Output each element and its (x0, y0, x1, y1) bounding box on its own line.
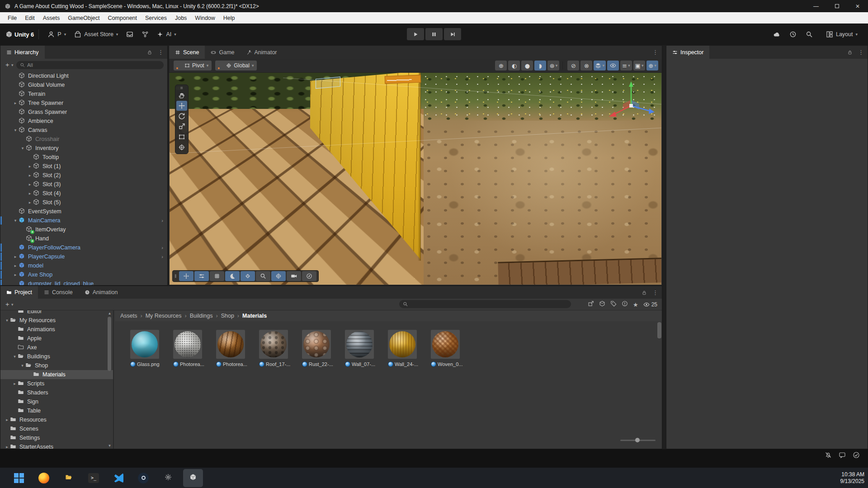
settings-icon[interactable] (158, 469, 178, 487)
project-folder-animations[interactable]: Animations (0, 325, 113, 334)
hierarchy-item-inventory[interactable]: ▾Inventory (0, 144, 167, 153)
rect-tool-button[interactable] (176, 132, 187, 142)
hierarchy-item-slot-4[interactable]: ▸Slot (4) (0, 189, 167, 198)
vscode-icon[interactable] (108, 469, 128, 487)
history-icon[interactable] (789, 31, 797, 38)
scene-visibility-button[interactable] (607, 61, 619, 70)
project-folder-materials[interactable]: Materials (0, 370, 113, 379)
hierarchy-item-terrain[interactable]: Terrain (0, 89, 167, 99)
comment-icon[interactable] (839, 451, 846, 460)
tool-settings-overlay-button[interactable] (194, 271, 209, 281)
label-filter-button[interactable] (610, 300, 617, 309)
project-folder-apple[interactable]: Apple (0, 334, 113, 343)
close-button[interactable]: ✕ (847, 0, 868, 12)
drag-handle-icon[interactable]: ‖ (175, 273, 177, 279)
favorites-button[interactable]: ★ (633, 300, 638, 309)
menu-file[interactable]: File (4, 12, 21, 23)
shading-mode-button[interactable]: ⊕ (495, 61, 507, 70)
hidden-objects-button[interactable]: ⊘ (567, 61, 579, 70)
start-button[interactable] (9, 469, 29, 487)
breadcrumb-materials[interactable]: Materials (242, 313, 267, 319)
breadcrumb-shop[interactable]: Shop (221, 313, 234, 319)
asset-thumbnail[interactable] (173, 330, 202, 359)
view-2d-button[interactable]: ◐ (508, 61, 520, 70)
hierarchy-item-itemoverlay[interactable]: +ItemOverlay (0, 225, 167, 234)
content-scrollbar[interactable] (657, 322, 661, 338)
hierarchy-item-axe-shop[interactable]: ▸Axe Shop (0, 270, 167, 279)
project-folder-shop[interactable]: ▾Shop (0, 361, 113, 370)
hierarchy-item-slot-1[interactable]: ▸Slot (1) (0, 162, 167, 171)
add-asset-button[interactable]: ＋▾ (4, 300, 14, 309)
packages-visibility-button[interactable] (599, 300, 605, 309)
hierarchy-item-global-volume[interactable]: Global Volume (0, 80, 167, 89)
asset-thumbnail[interactable] (345, 330, 374, 359)
tab-animator[interactable]: Animator (241, 46, 283, 59)
asset-store-dropdown[interactable]: Asset Store▾ (70, 28, 122, 41)
asset-photorea[interactable]: Photorea... (173, 330, 208, 367)
project-folder-buildings[interactable]: ▾Buildings (0, 352, 113, 361)
lighting-toggle-button[interactable]: ● (521, 61, 533, 70)
lock-icon[interactable] (847, 50, 853, 55)
tab-inspector[interactable]: Inspector (666, 46, 709, 59)
asset-roof-17[interactable]: Roof_17-... (259, 330, 293, 367)
project-folder-table[interactable]: Table (0, 406, 113, 415)
project-folder-resources[interactable]: ▸Resources (0, 415, 113, 424)
terminal-icon[interactable]: >_ (84, 469, 104, 487)
rotate-tool-button[interactable] (176, 111, 187, 121)
orientation-overlay-button[interactable] (302, 271, 316, 281)
hierarchy-item-model[interactable]: ▸model (0, 261, 167, 270)
notifications-muted-icon[interactable] (825, 451, 832, 460)
picking-toggle-button[interactable]: ⊗ (580, 61, 592, 70)
pivot-dropdown[interactable]: Pivot▾ (174, 61, 212, 70)
sync-check-icon[interactable] (853, 451, 860, 460)
grid-snapping-overlay-button[interactable] (210, 271, 224, 281)
account-dropdown[interactable]: P▾ (43, 28, 70, 41)
tools-overlay-button[interactable] (179, 271, 193, 281)
minimize-button[interactable]: — (806, 0, 826, 12)
ai-dropdown[interactable]: AI▾ (153, 28, 180, 41)
search-overlay-button[interactable] (256, 271, 270, 281)
cloud-icon[interactable] (773, 31, 780, 38)
project-folder-sign[interactable]: Sign (0, 397, 113, 406)
project-folder-my-resources[interactable]: ▾My Resources (0, 316, 113, 325)
step-button[interactable] (444, 28, 461, 40)
view-options-overlay-button[interactable] (225, 271, 240, 281)
panel-menu-icon[interactable]: ⋮ (652, 49, 658, 56)
menu-assets[interactable]: Assets (39, 12, 64, 23)
breadcrumb-buildings[interactable]: Buildings (190, 313, 213, 319)
tab-console[interactable]: Console (38, 286, 79, 299)
overlays-dropdown-button[interactable]: ▾ (594, 61, 606, 70)
hierarchy-item-grass-spawner[interactable]: Grass Spawner (0, 108, 167, 117)
hierarchy-item-slot-3[interactable]: ▸Slot (3) (0, 180, 167, 189)
tab-animation[interactable]: Animation (79, 286, 124, 299)
scale-tool-button[interactable] (176, 122, 187, 131)
collab-archive-button[interactable] (122, 28, 137, 41)
hierarchy-item-slot-5[interactable]: ▸Slot (5) (0, 198, 167, 207)
asset-thumbnail[interactable] (302, 330, 331, 359)
project-search[interactable] (399, 300, 571, 308)
hierarchy-item-ambience[interactable]: Ambience (0, 117, 167, 126)
audio-toggle-button[interactable]: ◗ (534, 61, 546, 70)
move-tool-button[interactable] (176, 101, 187, 111)
transform-overlay-button[interactable] (271, 271, 286, 281)
add-gameobject-button[interactable]: ＋▾ (4, 61, 14, 69)
asset-wall-07[interactable]: Wall_07-... (345, 330, 379, 367)
maximize-button[interactable] (826, 0, 847, 12)
scene-viewport[interactable]: ≡ ‖ (170, 73, 661, 285)
taskbar-clock[interactable]: 10:38 AM 9/13/2025 (832, 471, 864, 485)
pause-button[interactable] (425, 28, 443, 40)
tab-hierarchy[interactable]: Hierarchy (0, 46, 45, 59)
cameras-overlay-button[interactable] (287, 271, 301, 281)
project-folder-axe[interactable]: Axe (0, 343, 113, 352)
panel-menu-icon[interactable]: ⋮ (158, 49, 164, 56)
project-folder-editor[interactable]: Editor (0, 310, 113, 316)
hierarchy-item-playerfollowcamera[interactable]: PlayerFollowCamera› (0, 243, 167, 252)
move-gizmo[interactable] (604, 79, 658, 133)
steam-icon[interactable] (133, 469, 153, 487)
file-explorer-icon[interactable] (59, 469, 79, 487)
hierarchy-item-playercapsule[interactable]: ▸PlayerCapsule› (0, 252, 167, 261)
effects-dropdown-button[interactable]: ⊛▾ (547, 61, 559, 70)
view-tool-button[interactable] (176, 90, 187, 100)
menu-edit[interactable]: Edit (21, 12, 39, 23)
asset-thumbnail[interactable] (431, 330, 460, 359)
